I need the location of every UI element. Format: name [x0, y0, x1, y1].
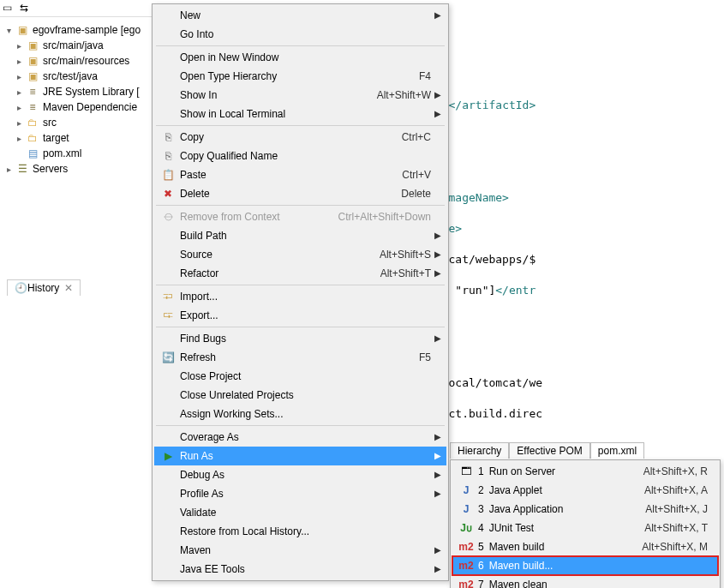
chevron-right-icon: ▶: [434, 109, 441, 118]
menu-separator: [156, 125, 445, 126]
menu-separator: [156, 205, 445, 206]
menu-refactor[interactable]: Refactor Alt+Shift+T ▶: [154, 264, 446, 283]
submenu-number: 6: [478, 560, 484, 572]
chevron-right-icon[interactable]: ▸: [14, 117, 24, 128]
chevron-right-icon[interactable]: ▸: [14, 40, 24, 51]
close-icon[interactable]: ✕: [64, 282, 73, 294]
menu-debug-as[interactable]: Debug As ▶: [154, 465, 446, 484]
menu-java-ee-tools[interactable]: Java EE Tools ▶: [154, 560, 446, 579]
submenu-run-as: 🗔 1 Run on Server Alt+Shift+X, R J 2 Jav…: [450, 459, 721, 588]
menu-source[interactable]: Source Alt+Shift+S ▶: [154, 245, 446, 264]
menu-paste[interactable]: 📋 Paste Ctrl+V: [154, 165, 446, 184]
menu-profile-as[interactable]: Profile As ▶: [154, 484, 446, 503]
menu-label: Show In: [180, 89, 377, 101]
history-label: History: [27, 282, 59, 294]
menu-validate[interactable]: Validate: [154, 503, 446, 522]
menu-open-new-window[interactable]: Open in New Window: [154, 48, 446, 67]
tree-item[interactable]: ▸ ≡ Maven Dependencie: [0, 99, 154, 115]
package-icon: ▣: [26, 54, 39, 68]
refresh-icon: 🔄: [159, 351, 177, 364]
code-text: </entr: [495, 284, 536, 297]
chevron-right-icon[interactable]: ▸: [14, 71, 24, 81]
menu-export[interactable]: ⮓ Export...: [154, 306, 446, 325]
tab-pom-xml[interactable]: pom.xml: [590, 442, 644, 459]
menu-import[interactable]: ⮒ Import...: [154, 287, 446, 306]
menu-run-as[interactable]: ▶ Run As ▶: [154, 447, 446, 465]
menu-build-path[interactable]: Build Path ▶: [154, 226, 446, 245]
tab-effective-pom[interactable]: Effective POM: [509, 442, 589, 459]
tree-project-root[interactable]: ▾ ▣ egovframe-sample [ego: [0, 22, 154, 38]
submenu-java-application[interactable]: J 3 Java Application Alt+Shift+X, J: [452, 500, 718, 519]
menu-assign-working-sets[interactable]: Assign Working Sets...: [154, 405, 446, 423]
chevron-right-icon[interactable]: ▸: [14, 56, 24, 66]
tree-item[interactable]: ▸ ▣ src/test/java: [0, 69, 154, 84]
blank-icon: [159, 248, 177, 261]
menu-open-type-hierarchy[interactable]: Open Type Hierarchy F4: [154, 67, 446, 86]
menu-label: Copy: [180, 131, 402, 143]
collapse-all-icon[interactable]: ▭: [3, 2, 12, 14]
package-icon: ▣: [26, 69, 39, 83]
tree-label: pom.xml: [43, 147, 81, 159]
tree-item[interactable]: ▤ pom.xml: [0, 146, 154, 161]
history-view-tab[interactable]: 🕘 History ✕: [7, 279, 81, 296]
tree-item[interactable]: ▸ ▣ src/main/resources: [0, 53, 154, 69]
menu-copy-qualified[interactable]: ⎘ Copy Qualified Name: [154, 147, 446, 165]
menu-show-in[interactable]: Show In Alt+Shift+W ▶: [154, 86, 446, 105]
tree-label: src/main/resources: [43, 55, 129, 67]
tree-item[interactable]: ▸ ▣ src/main/java: [0, 38, 154, 53]
menu-label: New: [180, 9, 431, 21]
menu-label: Remove from Context: [180, 211, 338, 223]
submenu-number: 5: [478, 541, 484, 553]
chevron-right-icon[interactable]: ▸: [14, 87, 24, 97]
submenu-junit-test[interactable]: Jᴜ 4 JUnit Test Alt+Shift+X, T: [452, 519, 718, 537]
server-icon: ☰: [15, 162, 29, 176]
menu-close-project[interactable]: Close Project: [154, 367, 446, 386]
submenu-run-on-server[interactable]: 🗔 1 Run on Server Alt+Shift+X, R: [452, 462, 718, 481]
chevron-right-icon[interactable]: ▸: [14, 133, 24, 143]
menu-separator: [156, 425, 445, 426]
chevron-right-icon[interactable]: ▸: [14, 102, 24, 112]
menu-shortcut: Ctrl+C: [402, 131, 431, 143]
menu-new[interactable]: New ▶: [154, 6, 446, 25]
submenu-maven-clean[interactable]: m2 7 Maven clean: [452, 575, 718, 588]
maven-icon: m2: [458, 578, 475, 588]
submenu-number: 2: [478, 484, 484, 496]
submenu-shortcut: Alt+Shift+X, J: [645, 503, 708, 515]
menu-maven[interactable]: Maven ▶: [154, 541, 446, 560]
tree-label: target: [43, 132, 69, 144]
menu-show-local-terminal[interactable]: Show in Local Terminal ▶: [154, 105, 446, 123]
submenu-number: 1: [478, 465, 484, 477]
chevron-right-icon[interactable]: ▸: [3, 164, 14, 174]
chevron-down-icon[interactable]: ▾: [3, 25, 14, 35]
menu-restore-local[interactable]: Restore from Local History...: [154, 522, 446, 541]
tab-label: Effective POM: [517, 445, 582, 457]
blank-icon: [159, 69, 177, 83]
tree-item[interactable]: ▸ 🗀 target: [0, 130, 154, 146]
tree-item[interactable]: ▸ ≡ JRE System Library [: [0, 84, 154, 99]
menu-copy[interactable]: ⎘ Copy Ctrl+C: [154, 128, 446, 147]
tree-item[interactable]: ▸ 🗀 src: [0, 115, 154, 130]
menu-label: Show in Local Terminal: [180, 108, 431, 120]
tree-label: src/main/java: [43, 39, 104, 51]
submenu-java-applet[interactable]: J 2 Java Applet Alt+Shift+X, A: [452, 481, 718, 500]
menu-find-bugs[interactable]: Find Bugs ▶: [154, 329, 446, 348]
submenu-label: Maven build...: [489, 560, 708, 572]
submenu-maven-build-dots[interactable]: m2 6 Maven build...: [452, 556, 718, 575]
tab-hierarchy[interactable]: Hierarchy: [450, 442, 509, 459]
menu-label: Refresh: [180, 351, 419, 363]
menu-refresh[interactable]: 🔄 Refresh F5: [154, 348, 446, 367]
menu-shortcut: Ctrl+Alt+Shift+Down: [338, 211, 431, 223]
menu-delete[interactable]: ✖ Delete Delete: [154, 184, 446, 203]
menu-go-into[interactable]: Go Into: [154, 25, 446, 44]
tree-servers[interactable]: ▸ ☰ Servers: [0, 161, 154, 177]
menu-label: Export...: [180, 309, 431, 321]
maven-icon: m2: [458, 540, 475, 554]
submenu-maven-build[interactable]: m2 5 Maven build Alt+Shift+X, M: [452, 537, 718, 556]
menu-label: Maven: [180, 544, 431, 556]
folder-icon: 🗀: [26, 131, 39, 145]
menu-coverage-as[interactable]: Coverage As ▶: [154, 428, 446, 447]
menu-label: Find Bugs: [180, 333, 431, 345]
link-editor-icon[interactable]: ⇆: [20, 2, 28, 14]
blank-icon: [159, 487, 177, 501]
menu-close-unrelated[interactable]: Close Unrelated Projects: [154, 386, 446, 405]
